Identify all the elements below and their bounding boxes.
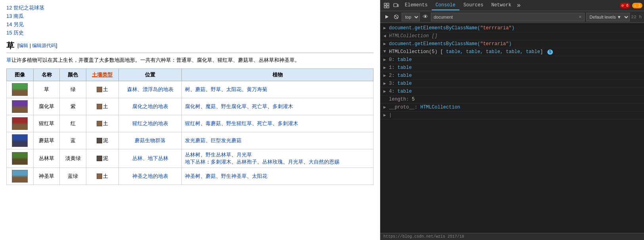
svg-line-8 bbox=[395, 15, 398, 18]
cell-name: 草 bbox=[33, 81, 60, 98]
console-text: HTMLCollection [] bbox=[389, 33, 437, 39]
console-line-2[interactable]: ◀ HTMLCollection [] bbox=[380, 32, 644, 40]
clear-icon[interactable] bbox=[392, 13, 400, 21]
devtools-tabs: Elements Console Sources Network » ⊘ 6 ⚠… bbox=[380, 0, 644, 11]
edit-source-link[interactable]: 编辑源代码 bbox=[32, 43, 56, 48]
tab-network[interactable]: Network bbox=[487, 1, 515, 10]
svg-rect-3 bbox=[387, 6, 389, 8]
console-line-1[interactable]: ▶ document.getElementsByClassName("terrr… bbox=[380, 25, 644, 32]
expand-arrow[interactable]: ▶ bbox=[383, 57, 387, 62]
cell-plants: 树、蘑菇、野草、太阳花、黄万寿菊 bbox=[182, 81, 373, 98]
cell-color: 蓝 bbox=[60, 132, 86, 149]
cell-soil: 土 bbox=[86, 168, 118, 185]
console-line-proto[interactable]: ▶ __proto__: HTMLCollection bbox=[380, 104, 644, 112]
cell-soil: 泥 bbox=[86, 132, 118, 149]
cell-location[interactable]: 猩红之地的地表 bbox=[118, 115, 181, 132]
tab-elements[interactable]: Elements bbox=[401, 1, 432, 10]
context-select[interactable]: top bbox=[402, 13, 420, 21]
console-line-3[interactable]: ▶ document.getElementsByClassName("terra… bbox=[380, 40, 644, 48]
cell-location[interactable]: 蘑菇生物群落 bbox=[118, 132, 181, 149]
run-icon[interactable] bbox=[383, 13, 391, 21]
expand-arrow[interactable]: ▶ bbox=[383, 41, 387, 46]
inspect-icon[interactable] bbox=[382, 1, 391, 10]
cell-plants: 腐化树、魔菇、野生腐化草、死亡草、多刺灌木 bbox=[182, 98, 373, 115]
filter-input[interactable] bbox=[431, 13, 585, 21]
soil-icon bbox=[97, 87, 102, 92]
console-output[interactable]: ▶ document.getElementsByClassName("terrr… bbox=[380, 23, 644, 233]
eye-icon[interactable]: 👁 bbox=[421, 13, 429, 21]
console-cursor[interactable]: | bbox=[389, 112, 392, 118]
cell-name: 神圣草 bbox=[33, 168, 60, 185]
console-text: document.getElementsByClassName("terrari… bbox=[389, 41, 512, 47]
table-row: 草 绿 土 森林、漂浮岛的地表 树、蘑菇、野草、太阳花、黄万寿菊 bbox=[7, 81, 373, 98]
edit-link[interactable]: 编辑 bbox=[19, 43, 28, 48]
console-line-child-3[interactable]: ▶ 3: table bbox=[380, 80, 644, 88]
console-input-line[interactable]: ▶ | bbox=[380, 112, 644, 120]
status-bar: https://blog.csdn.net/wzis 2517/18 bbox=[380, 233, 644, 240]
console-text: 3: table bbox=[389, 81, 412, 86]
expand-arrow[interactable]: ▶ bbox=[383, 25, 387, 30]
console-line-4[interactable]: ▼ HTMLCollection(5) [ table, table, tabl… bbox=[380, 48, 644, 56]
toc-item-13[interactable]: 13 南瓜 bbox=[6, 13, 373, 20]
expand-arrow[interactable]: ▶ bbox=[383, 65, 387, 70]
expand-arrow[interactable]: ▶ bbox=[383, 89, 387, 94]
svg-rect-1 bbox=[387, 3, 389, 5]
grass-icon-crimson bbox=[12, 117, 28, 130]
svg-rect-2 bbox=[384, 6, 386, 8]
soil-icon bbox=[97, 104, 102, 109]
cell-location[interactable]: 丛林、地下丛林 bbox=[118, 149, 181, 168]
tab-sources[interactable]: Sources bbox=[459, 1, 487, 10]
expand-arrow[interactable]: ▶ bbox=[383, 81, 387, 86]
svg-marker-6 bbox=[385, 15, 389, 19]
console-line-child-2[interactable]: ▶ 2: table bbox=[380, 72, 644, 80]
more-tabs-icon[interactable]: » bbox=[515, 2, 522, 9]
col-soil[interactable]: 土壤类型 bbox=[86, 69, 118, 81]
wiki-content: 12 世纪之花球茎 13 南瓜 14 另见 15 历史 草 [编辑 | 编辑源代… bbox=[0, 0, 380, 240]
col-location: 位置 bbox=[118, 69, 181, 81]
console-text: __proto__: HTMLCollection bbox=[389, 105, 460, 110]
edit-links[interactable]: [编辑 | 编辑源代码] bbox=[17, 42, 57, 49]
expand-arrow[interactable]: ▼ bbox=[383, 49, 387, 54]
console-line-child-0[interactable]: ▶ 0: table bbox=[380, 56, 644, 64]
cell-soil: 泥 bbox=[86, 149, 118, 168]
cell-plants: 丛林树、野生丛林草、月光草 地下丛林：多刺灌木、丛林孢子、丛林玫瑰、月光草、大自… bbox=[182, 149, 373, 168]
svg-rect-5 bbox=[398, 4, 398, 7]
levels-select[interactable]: Default levels ▼ bbox=[586, 13, 630, 21]
console-line-child-4[interactable]: ▶ 4: table bbox=[380, 88, 644, 96]
responsive-icon[interactable] bbox=[391, 1, 401, 10]
col-color: 颜色 bbox=[60, 69, 86, 81]
table-row: 神圣草 蓝绿 土 神圣之地的地表 神圣树、蘑菇、野生神圣草、太阳花 bbox=[7, 168, 373, 185]
clear-filter-btn[interactable]: ✕ bbox=[577, 14, 583, 20]
cell-plants: 发光蘑菇、巨型发光蘑菇 bbox=[182, 132, 373, 149]
expand-arrow[interactable]: ▶ bbox=[383, 73, 387, 78]
expand-arrow[interactable]: ◀ bbox=[383, 33, 387, 38]
console-text: 1: table bbox=[389, 65, 412, 70]
toc-item-14[interactable]: 14 另见 bbox=[6, 21, 373, 28]
cell-location[interactable]: 森林、漂浮岛的地表 bbox=[118, 81, 181, 98]
console-text: HTMLCollection(5) [ table, table, table,… bbox=[389, 49, 553, 55]
console-text: document.getElementsByClassName("terrrar… bbox=[389, 25, 514, 31]
cell-color: 红 bbox=[60, 115, 86, 132]
console-toolbar: top 👁 ✕ Default levels ▼ 22 h bbox=[380, 11, 644, 23]
console-line-child-1[interactable]: ▶ 1: table bbox=[380, 64, 644, 72]
console-text: 4: table bbox=[389, 89, 412, 94]
grass-link[interactable]: 草 bbox=[6, 57, 11, 63]
cell-location[interactable]: 腐化之地的地表 bbox=[118, 98, 181, 115]
grass-icon-hallow bbox=[12, 170, 28, 183]
grass-table: 图像 名称 颜色 土壤类型 位置 植物 草 绿 土 森林、漂浮岛的地表 树、蘑菇… bbox=[6, 69, 373, 185]
soil-icon bbox=[97, 173, 102, 179]
toc-item-12[interactable]: 12 世纪之花球茎 bbox=[6, 4, 373, 11]
expand-arrow[interactable]: ▶ bbox=[383, 112, 387, 118]
console-line-length: ▶ length: 5 bbox=[380, 96, 644, 104]
expand-arrow[interactable]: ▶ bbox=[383, 105, 387, 110]
tab-console[interactable]: Console bbox=[432, 1, 459, 10]
mud-icon bbox=[97, 156, 102, 161]
svg-rect-0 bbox=[384, 3, 386, 5]
toc-item-15[interactable]: 15 历史 bbox=[6, 29, 373, 36]
cell-location[interactable]: 神圣之地的地表 bbox=[118, 168, 181, 185]
time-note: 22 h bbox=[631, 15, 642, 19]
table-row: 猩红草 红 土 猩红之地的地表 猩红树、毒蘑菇、野生猩红草、死亡草、多刺灌木 bbox=[7, 115, 373, 132]
count-badge: 5 bbox=[547, 50, 553, 55]
console-text: 2: table bbox=[389, 73, 412, 78]
cell-plants: 猩红树、毒蘑菇、野生猩红草、死亡草、多刺灌木 bbox=[182, 115, 373, 132]
